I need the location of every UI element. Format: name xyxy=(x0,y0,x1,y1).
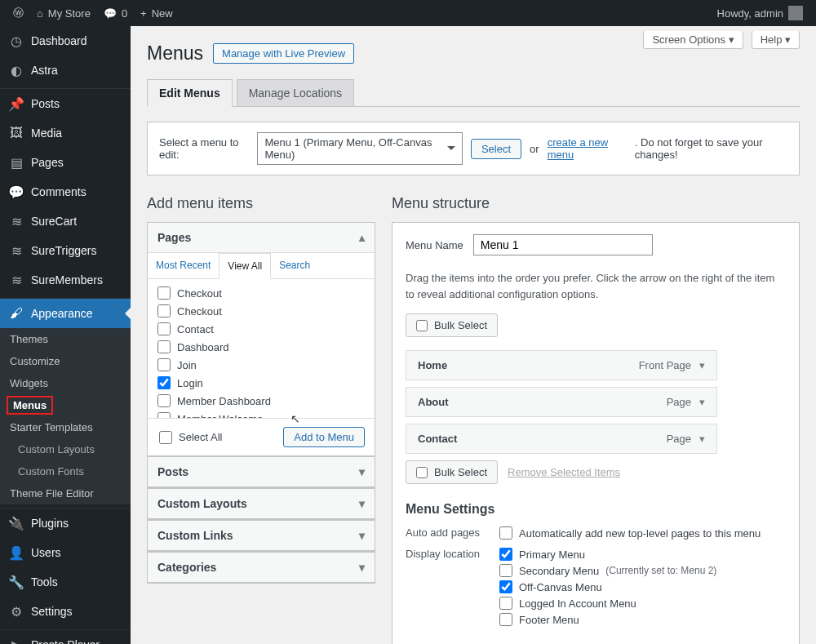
page-checkbox-contact[interactable]: Contact xyxy=(156,320,366,338)
manage-live-preview-button[interactable]: Manage with Live Preview xyxy=(213,43,354,64)
page-checkbox-login[interactable]: Login xyxy=(156,374,366,392)
sidebar-item-comments[interactable]: 💬Comments xyxy=(0,177,131,207)
location-checkbox[interactable] xyxy=(499,613,512,626)
sidebar-item-suremembers[interactable]: ≋SureMembers xyxy=(0,265,131,295)
comment-icon: 💬 xyxy=(8,184,24,200)
menu-name-label: Menu Name xyxy=(406,239,463,251)
menu-structure-heading: Menu structure xyxy=(392,195,800,212)
pages-list[interactable]: CheckoutCheckoutContactDashboardJoinLogi… xyxy=(148,279,375,418)
sidebar-item-dashboard[interactable]: ◷Dashboard xyxy=(0,26,131,56)
location-checkbox[interactable] xyxy=(499,580,512,593)
sidebar-item-surecart[interactable]: ≋SureCart xyxy=(0,207,131,236)
sidebar-item-settings[interactable]: ⚙Settings xyxy=(0,597,131,626)
menu-item-home[interactable]: HomeFront Page▾ xyxy=(406,350,717,380)
menu-dropdown[interactable]: Menu 1 (Primary Menu, Off-Canvas Menu) xyxy=(257,132,463,165)
bulk-select-checkbox-2[interactable] xyxy=(416,467,428,478)
bulk-select-top[interactable]: Bulk Select xyxy=(406,313,498,337)
sub-starter-templates[interactable]: Starter Templates xyxy=(0,416,131,438)
add-to-menu-button[interactable]: Add to Menu xyxy=(283,427,365,447)
sidebar-item-presto[interactable]: ▶Presto Player xyxy=(0,630,131,644)
page-checkbox[interactable] xyxy=(157,358,171,371)
sidebar-item-posts[interactable]: 📌Posts xyxy=(0,89,131,118)
page-checkbox-dashboard[interactable]: Dashboard xyxy=(156,338,366,356)
site-link[interactable]: ⌂My Store xyxy=(30,0,97,26)
page-checkbox-member-welcome[interactable]: Member Welcome xyxy=(156,410,366,418)
sub-widgets[interactable]: Widgets xyxy=(0,372,131,394)
sidebar-item-users[interactable]: 👤Users xyxy=(0,538,131,567)
page-checkbox[interactable] xyxy=(157,340,171,353)
select-all[interactable]: Select All xyxy=(157,429,224,446)
screen-options-button[interactable]: Screen Options ▾ xyxy=(643,31,743,49)
select-button[interactable]: Select xyxy=(471,139,521,159)
custom-layouts-accordion-head[interactable]: Custom Layouts▾ xyxy=(148,489,375,519)
sub-custom-fonts[interactable]: Custom Fonts xyxy=(0,460,131,482)
sidebar-item-media[interactable]: 🖼Media xyxy=(0,118,131,148)
sub-themes[interactable]: Themes xyxy=(0,328,131,350)
posts-accordion-head[interactable]: Posts▾ xyxy=(148,457,375,487)
new-content[interactable]: +New xyxy=(134,0,180,26)
howdy-user[interactable]: Howdy, admin xyxy=(711,0,809,26)
bulk-select-bottom[interactable]: Bulk Select xyxy=(406,460,498,484)
wp-logo[interactable]: ⓦ xyxy=(7,0,30,26)
create-new-menu-link[interactable]: create a new menu xyxy=(548,136,627,161)
page-checkbox[interactable] xyxy=(157,394,171,407)
page-checkbox[interactable] xyxy=(157,286,171,300)
menu-item-contact[interactable]: ContactPage▾ xyxy=(406,424,717,454)
chevron-down-icon[interactable]: ▾ xyxy=(699,359,705,371)
location-checkbox[interactable] xyxy=(499,597,512,610)
sub-customize[interactable]: Customize xyxy=(0,350,131,372)
page-checkbox[interactable] xyxy=(157,412,171,418)
page-checkbox-join[interactable]: Join xyxy=(156,356,366,374)
location-checkbox[interactable] xyxy=(499,564,512,577)
select-menu-label: Select a menu to edit: xyxy=(159,136,249,161)
sidebar-item-tools[interactable]: 🔧Tools xyxy=(0,567,131,597)
remove-selected-link[interactable]: Remove Selected Items xyxy=(508,466,620,478)
sidebar-item-pages[interactable]: ▤Pages xyxy=(0,148,131,177)
page-icon: ▤ xyxy=(8,154,24,171)
sub-theme-file-editor[interactable]: Theme File Editor xyxy=(0,482,131,504)
sub-menus[interactable]: Menus xyxy=(7,396,53,415)
menu-item-about[interactable]: AboutPage▾ xyxy=(406,387,717,417)
pages-tab-search[interactable]: Search xyxy=(271,253,318,278)
custom-links-accordion-head[interactable]: Custom Links▾ xyxy=(148,521,375,551)
location-checkbox[interactable] xyxy=(499,548,512,561)
location-logged-in-account-menu[interactable]: Logged In Account Menu xyxy=(499,595,786,611)
pages-tab-viewall[interactable]: View All xyxy=(219,253,271,279)
auto-add-checkbox[interactable] xyxy=(499,526,512,540)
auto-add-option[interactable]: Automatically add new top-level pages to… xyxy=(499,525,786,541)
pages-accordion-head[interactable]: Pages ▴ xyxy=(148,223,375,253)
page-checkbox-checkout[interactable]: Checkout xyxy=(156,284,366,302)
sidebar-item-appearance[interactable]: 🖌Appearance xyxy=(0,299,131,328)
suremembers-icon: ≋ xyxy=(8,272,24,288)
user-icon: 👤 xyxy=(8,544,24,561)
sidebar-item-astra[interactable]: ◐Astra xyxy=(0,56,131,85)
tab-edit-menus[interactable]: Edit Menus xyxy=(147,79,233,107)
location-secondary-menu[interactable]: Secondary Menu(Currently set to: Menu 2) xyxy=(499,562,786,579)
page-checkbox[interactable] xyxy=(157,376,171,389)
location-off-canvas-menu[interactable]: Off-Canvas Menu xyxy=(499,579,786,595)
menu-name-input[interactable] xyxy=(473,234,653,255)
chevron-down-icon[interactable]: ▾ xyxy=(699,433,705,445)
plugin-icon: 🔌 xyxy=(8,515,24,531)
select-all-checkbox[interactable] xyxy=(159,431,172,444)
tab-manage-locations[interactable]: Manage Locations xyxy=(237,79,354,106)
site-name: My Store xyxy=(48,7,91,20)
help-button[interactable]: Help ▾ xyxy=(752,31,800,49)
location-primary-menu[interactable]: Primary Menu xyxy=(499,546,786,562)
sidebar-item-plugins[interactable]: 🔌Plugins xyxy=(0,509,131,538)
admin-bar: ⓦ ⌂My Store 💬0 +New Howdy, admin xyxy=(0,0,816,26)
wordpress-icon: ⓦ xyxy=(13,6,24,20)
sub-custom-layouts[interactable]: Custom Layouts xyxy=(0,438,131,460)
page-checkbox-checkout[interactable]: Checkout xyxy=(156,302,366,320)
location-footer-menu[interactable]: Footer Menu xyxy=(499,611,786,628)
appearance-submenu: Themes Customize Widgets Menus Starter T… xyxy=(0,328,131,504)
page-checkbox[interactable] xyxy=(157,304,171,318)
categories-accordion-head[interactable]: Categories▾ xyxy=(148,553,375,583)
sidebar-item-suretriggers[interactable]: ≋SureTriggers xyxy=(0,236,131,265)
page-checkbox-member-dashboard[interactable]: Member Dashboard xyxy=(156,392,366,410)
page-checkbox[interactable] xyxy=(157,322,171,335)
bulk-select-checkbox[interactable] xyxy=(416,320,428,331)
comments-link[interactable]: 💬0 xyxy=(97,0,134,26)
pages-tab-recent[interactable]: Most Recent xyxy=(148,253,219,278)
chevron-down-icon[interactable]: ▾ xyxy=(699,396,705,408)
